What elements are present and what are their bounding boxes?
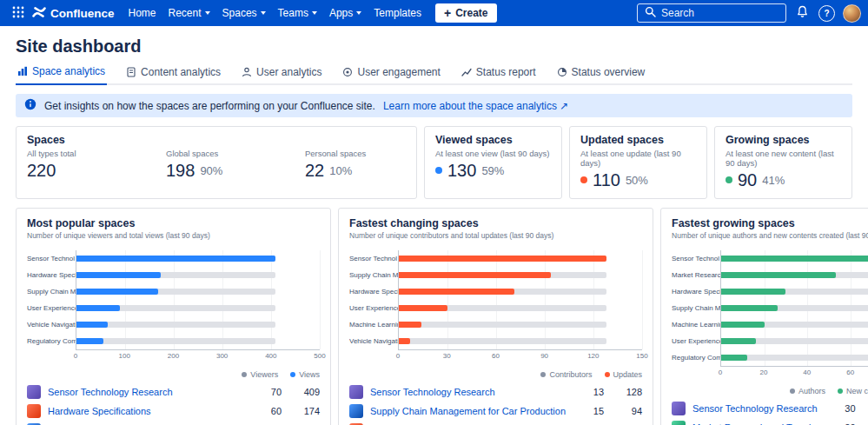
- user-icon: [242, 67, 252, 77]
- bar: [721, 305, 778, 311]
- panel-fastest-growing-spaces: Fastest growing spacesNumber of unique a…: [660, 208, 868, 425]
- gridline: [642, 250, 643, 349]
- chart-bars-icon: [17, 66, 28, 76]
- x-tick-label: 0: [74, 352, 77, 360]
- bar-row: [721, 333, 868, 349]
- category-label: User Experience: [349, 300, 398, 316]
- bar: [399, 272, 551, 278]
- space-link[interactable]: Sensor Technology Research: [370, 387, 566, 397]
- category-label: Machine Learnin: [349, 316, 398, 333]
- nav-item-templates[interactable]: Templates: [368, 3, 427, 23]
- info-icon: [24, 98, 36, 113]
- x-axis: 0100200300400500: [76, 349, 320, 362]
- legend-dot: [605, 372, 610, 377]
- create-button[interactable]: + Create: [435, 3, 497, 23]
- chevron-down-icon: [356, 11, 361, 15]
- bar-row: [399, 267, 642, 283]
- legend-label: Updates: [613, 370, 643, 379]
- spaces-metrics: All types total220Global spaces19890%Per…: [27, 146, 406, 180]
- nav-item-apps[interactable]: Apps: [323, 3, 368, 23]
- bar-row: [399, 300, 642, 316]
- legend-item-viewers: Viewers: [242, 370, 278, 379]
- category-label: Supply Chain M: [349, 267, 398, 283]
- nav-item-label: Home: [129, 7, 156, 19]
- search-box[interactable]: [637, 3, 786, 23]
- info-banner: Get insights on how the spaces are perfo…: [16, 94, 852, 117]
- summary-cards: SpacesAll types total220Global spaces198…: [16, 126, 852, 199]
- bar: [721, 338, 756, 344]
- metric-value-row: 220: [27, 161, 166, 180]
- metric-global-spaces: Global spaces19890%: [166, 146, 305, 180]
- space-avatar: [349, 404, 363, 418]
- confluence-logo[interactable]: Confluence: [30, 5, 122, 22]
- space-link[interactable]: Sensor Technology Research: [692, 403, 818, 414]
- metric-label: Global spaces: [166, 149, 305, 158]
- nav-item-home[interactable]: Home: [123, 3, 162, 23]
- nav-item-recent[interactable]: Recent: [162, 3, 216, 23]
- bar-row: [721, 250, 868, 267]
- bar-row: [399, 250, 642, 267]
- plot-area: [398, 250, 642, 349]
- space-link[interactable]: Sensor Technology Research: [48, 387, 243, 397]
- nav-item-teams[interactable]: Teams: [272, 3, 323, 23]
- search-icon: [645, 5, 656, 21]
- tab-space-analytics[interactable]: Space analytics: [16, 65, 107, 85]
- gridline: [320, 250, 321, 349]
- panel-subtitle: Number of unique authors and new content…: [672, 231, 868, 240]
- status-dot: [435, 167, 442, 174]
- legend-label: Authors: [798, 387, 825, 395]
- analytics-tabs: Space analyticsContent analyticsUser ana…: [16, 65, 852, 85]
- metric-value-row: 2210%: [305, 161, 366, 180]
- space-link[interactable]: Supply Chain Management for Car Producti…: [370, 406, 566, 416]
- tab-status-report[interactable]: Status report: [460, 65, 538, 85]
- main-content: Site dashboard Space analyticsContent an…: [0, 37, 868, 425]
- x-tick-label: 40: [803, 369, 811, 376]
- tab-status-overview[interactable]: Status overview: [555, 65, 647, 85]
- avatar[interactable]: [843, 4, 861, 23]
- category-label: Regulatory Comp: [27, 333, 76, 349]
- search-input[interactable]: [661, 7, 779, 19]
- metric-percent: 90%: [200, 164, 222, 177]
- bar-track: [399, 338, 606, 344]
- y-axis-labels: Sensor TechnolMarket ResearchHardware Sp…: [672, 250, 720, 366]
- legend-dot: [242, 372, 247, 377]
- tab-user-analytics[interactable]: User analytics: [240, 65, 323, 85]
- space-avatar: [27, 385, 41, 399]
- legend-dot: [290, 372, 295, 377]
- plus-icon: +: [444, 7, 451, 19]
- bar: [721, 289, 785, 295]
- category-label: Hardware Specif: [27, 267, 76, 283]
- nav-item-spaces[interactable]: Spaces: [216, 3, 272, 23]
- bar: [76, 272, 161, 278]
- table-legend: ViewersViews: [27, 370, 320, 379]
- card-updated-spaces: Updated spacesAt least one update (last …: [569, 126, 707, 199]
- space-avatar: [27, 404, 41, 418]
- card-subtitle: At least one view (last 90 days): [435, 149, 551, 158]
- x-tick-label: 150: [636, 352, 647, 360]
- card-title: Growing spaces: [726, 134, 841, 146]
- table-row: Sensor Technology Research70409: [27, 382, 320, 402]
- bar: [721, 256, 868, 262]
- help-button[interactable]: ?: [818, 5, 835, 22]
- tab-label: Space analytics: [32, 65, 105, 77]
- app-switcher-button[interactable]: [7, 3, 30, 23]
- category-label: Supply Chain M: [27, 283, 76, 300]
- space-link[interactable]: Hardware Specifications: [48, 406, 243, 416]
- x-tick-label: 300: [216, 352, 228, 360]
- table-row: Market Research and Trends2053: [672, 418, 868, 425]
- card-value-row: 11050%: [580, 170, 696, 189]
- tab-content-analytics[interactable]: Content analytics: [124, 65, 222, 85]
- plot-area: [76, 250, 320, 349]
- card-title: Viewed spaces: [435, 134, 551, 146]
- learn-more-link[interactable]: Learn more about the space analytics ↗: [383, 100, 569, 112]
- bar: [399, 305, 447, 311]
- nav-left: Confluence HomeRecentSpacesTeamsAppsTemp…: [7, 3, 497, 23]
- bar: [721, 355, 747, 361]
- space-avatar: [672, 402, 686, 415]
- table-row: Sensor Technology Research3072: [672, 399, 868, 418]
- tab-user-engagement[interactable]: User engagement: [341, 65, 441, 85]
- y-axis-labels: Sensor TechnolSupply Chain MHardware Spe…: [349, 250, 398, 349]
- table-row: Hardware Specifications2071: [349, 421, 642, 425]
- notifications-button[interactable]: [794, 3, 811, 23]
- nav-item-label: Recent: [169, 7, 202, 19]
